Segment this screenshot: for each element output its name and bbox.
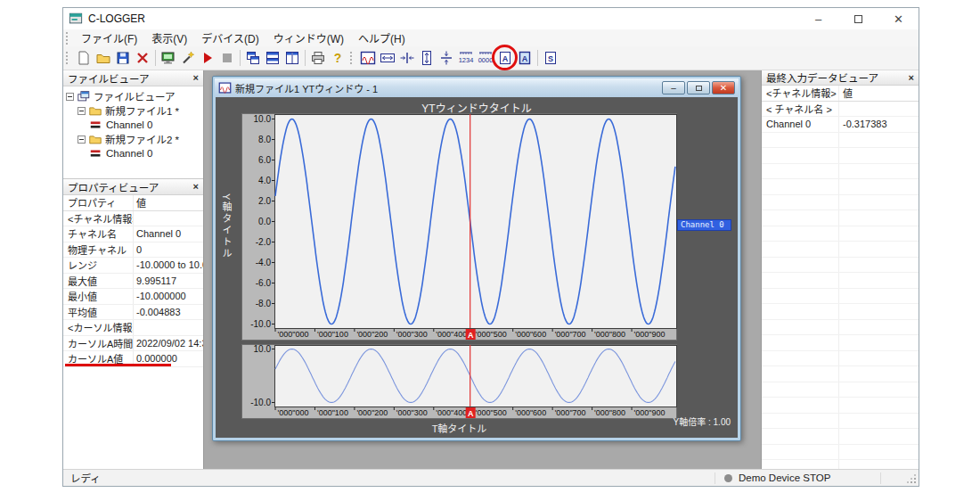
minimize-button[interactable]: – xyxy=(798,8,838,29)
last-input-row-1[interactable]: Channel 0-0.317383 xyxy=(762,117,919,133)
device-icon[interactable] xyxy=(159,47,178,69)
property-row-8[interactable]: カーソルA時間2022/09/02 14:3... xyxy=(63,336,203,352)
last-input-empty-row[interactable] xyxy=(762,148,919,164)
property-row-7[interactable]: <カーソル情報> xyxy=(63,320,203,336)
tile-vertical-icon[interactable] xyxy=(282,47,302,69)
property-viewer-panel: プロパティビューア × プロパティ値<チャネル情報>チャネル名Channel 0… xyxy=(63,179,203,469)
tile-horizontal-icon[interactable] xyxy=(263,47,282,69)
svg-text:'000"600: '000"600 xyxy=(515,408,546,417)
last-input-header[interactable]: <チャネル情報>値 xyxy=(762,86,919,102)
tree-expander-icon[interactable] xyxy=(78,136,86,144)
svg-text:A: A xyxy=(468,331,474,340)
overview-chart-svg[interactable]: 10.0-10.0'000"000'000"100'000"200'000"30… xyxy=(241,344,677,419)
cascade-windows-icon[interactable] xyxy=(243,47,263,69)
fit-vertical-icon[interactable] xyxy=(417,47,437,69)
new-file-icon[interactable] xyxy=(74,47,94,69)
yt-chart[interactable]: 10.08.06.04.02.00.0-2.0-4.0-6.0-8.0-10.0… xyxy=(241,113,677,344)
last-input-empty-row[interactable] xyxy=(762,273,919,289)
tree-root[interactable]: ファイルビューア xyxy=(63,89,203,103)
t-axis-title: T軸タイトル xyxy=(241,421,677,435)
property-row-2[interactable]: 物理チャネル0 xyxy=(63,242,203,259)
property-row-5[interactable]: 最小値-10.000000 xyxy=(63,289,203,305)
vroot-icon xyxy=(77,89,91,103)
property-row-1[interactable]: チャネル名Channel 0 xyxy=(63,226,203,242)
last-input-empty-row[interactable] xyxy=(762,289,919,305)
tree-expander-icon[interactable] xyxy=(78,107,86,115)
menu-item-window[interactable]: ウィンドウ(W) xyxy=(266,31,351,47)
digital-display-zero-icon[interactable]: 0000 xyxy=(476,47,495,69)
property-row-6[interactable]: 平均値-0.004883 xyxy=(63,305,203,321)
yt-window-icon[interactable] xyxy=(358,47,378,69)
last-input-empty-row[interactable] xyxy=(762,258,919,274)
last-input-empty-row[interactable] xyxy=(762,320,919,336)
save-icon[interactable] xyxy=(113,47,133,69)
menu-item-device[interactable]: デバイス(D) xyxy=(194,31,265,47)
compress-horizontal-icon[interactable] xyxy=(397,47,417,69)
yt-maximize-button[interactable] xyxy=(687,81,710,94)
property-row-3[interactable]: レンジ-10.0000 to 10.0... xyxy=(63,258,203,274)
last-input-empty-row[interactable] xyxy=(762,335,919,351)
last-input-empty-row[interactable] xyxy=(762,414,919,430)
last-input-empty-row[interactable] xyxy=(762,133,919,149)
last-input-viewer-close-icon[interactable]: × xyxy=(909,73,914,83)
stop-icon[interactable] xyxy=(217,47,237,69)
maximize-button[interactable] xyxy=(838,8,878,29)
property-row-4[interactable]: 最大値9.995117 xyxy=(63,274,203,290)
last-input-empty-row[interactable] xyxy=(762,226,919,242)
property-table-header[interactable]: プロパティ値 xyxy=(63,195,203,211)
svg-text:8.0: 8.0 xyxy=(258,135,271,144)
last-input-empty-row[interactable] xyxy=(762,195,919,211)
last-input-row-0[interactable]: < チャネル名 > xyxy=(762,102,919,118)
cell-label: <チャネル情報> xyxy=(762,86,838,100)
print-icon[interactable] xyxy=(308,47,328,69)
cursor-a-icon[interactable]: A xyxy=(495,47,515,69)
yt-minimize-button[interactable]: – xyxy=(662,81,685,94)
property-viewer-close-icon[interactable]: × xyxy=(193,182,199,192)
yt-chart-svg[interactable]: 10.08.06.04.02.00.0-2.0-4.0-6.0-8.0-10.0… xyxy=(241,113,677,341)
tree-file-1[interactable]: 新規ファイル1 * xyxy=(63,103,203,118)
cursor-s-icon[interactable]: S xyxy=(541,47,560,69)
last-input-empty-row[interactable] xyxy=(762,382,919,398)
property-table: プロパティ値<チャネル情報>チャネル名Channel 0物理チャネル0レンジ-1… xyxy=(63,195,203,367)
svg-text:-6.0: -6.0 xyxy=(256,278,272,288)
help-icon[interactable]: ? xyxy=(328,47,347,69)
overview-chart[interactable]: 10.0-10.0'000"000'000"100'000"200'000"30… xyxy=(241,344,677,423)
file-viewer-close-icon[interactable]: × xyxy=(193,73,199,83)
yt-document-window[interactable]: 新規ファイル1 YTウィンドウ - 1 – ✕ YTウィンドウタイトル Y軸タイ… xyxy=(212,76,741,441)
delete-icon[interactable] xyxy=(133,47,152,69)
last-input-empty-row[interactable] xyxy=(762,429,919,445)
last-input-empty-row[interactable] xyxy=(762,179,919,195)
channel-legend-tag[interactable]: Channel 0 xyxy=(677,219,731,231)
menu-item-view[interactable]: 表示(V) xyxy=(144,31,194,47)
compress-vertical-icon[interactable] xyxy=(437,47,456,69)
last-input-empty-row[interactable] xyxy=(762,351,919,367)
last-input-empty-row[interactable] xyxy=(762,242,919,258)
fit-horizontal-icon[interactable] xyxy=(378,47,397,69)
tree-expander-icon[interactable] xyxy=(66,93,74,101)
property-row-9[interactable]: カーソルA値0.000000 xyxy=(63,351,203,367)
cursor-a-active-icon[interactable]: A xyxy=(515,47,535,69)
last-input-empty-row[interactable] xyxy=(762,210,919,226)
last-input-empty-row[interactable] xyxy=(762,164,919,180)
open-file-icon[interactable] xyxy=(94,47,113,69)
last-input-empty-row[interactable] xyxy=(762,366,919,382)
tree-channel-2-0[interactable]: Channel 0 xyxy=(63,146,203,160)
resize-grip-icon[interactable] xyxy=(914,481,916,483)
yt-window-title-bar[interactable]: 新規ファイル1 YTウィンドウ - 1 – ✕ xyxy=(215,78,739,97)
property-row-0[interactable]: <チャネル情報> xyxy=(63,211,203,227)
tree-file-2[interactable]: 新規ファイル2 * xyxy=(63,132,203,146)
last-input-empty-row[interactable] xyxy=(762,304,919,320)
menu-item-help[interactable]: ヘルプ(H) xyxy=(351,31,412,47)
svg-text:'000"900: '000"900 xyxy=(634,408,666,417)
menu-item-file[interactable]: ファイル(F) xyxy=(74,31,144,47)
close-button[interactable]: ✕ xyxy=(878,8,919,29)
last-input-empty-row[interactable] xyxy=(762,445,919,461)
wizard-icon[interactable] xyxy=(178,47,198,69)
last-input-empty-row[interactable] xyxy=(762,398,919,414)
tree-channel-1-0[interactable]: Channel 0 xyxy=(63,118,203,132)
digital-display-icon[interactable]: 1234 xyxy=(456,47,476,69)
annotation-red-underline xyxy=(65,364,171,366)
start-icon[interactable] xyxy=(198,47,217,69)
last-input-empty-row[interactable] xyxy=(762,460,919,469)
yt-close-button[interactable]: ✕ xyxy=(712,81,735,94)
